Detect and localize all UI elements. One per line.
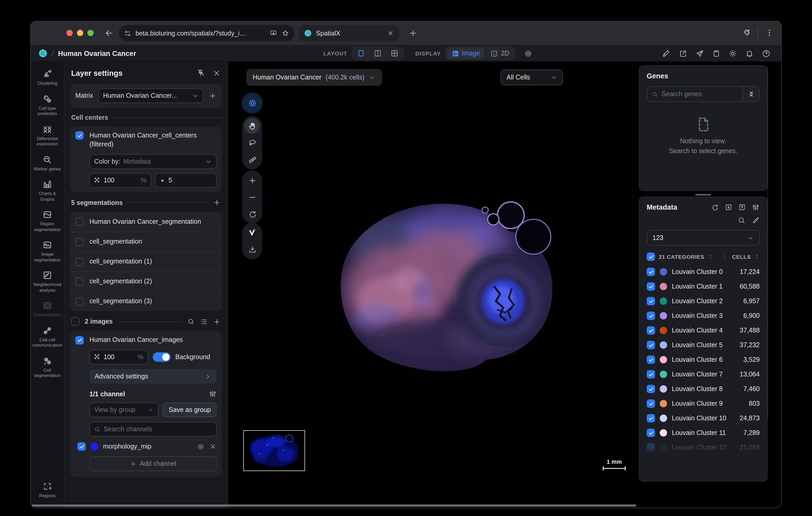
spatial-canvas[interactable]: Human Ovarian Cancer (400.2k cells) All … xyxy=(228,62,635,508)
dataset-selector[interactable]: Human Ovarian Cancer (400.2k cells) xyxy=(246,69,382,86)
sidebar-item-differential-expression[interactable]: Differential expression xyxy=(31,122,64,149)
cluster-row[interactable]: Louvain Cluster 537,232 xyxy=(647,338,760,352)
metadata-field-select[interactable]: 123 xyxy=(647,230,760,246)
cluster-color-swatch[interactable] xyxy=(660,371,667,378)
cluster-color-swatch[interactable] xyxy=(660,298,667,305)
add-image-icon[interactable] xyxy=(213,317,221,326)
cluster-color-swatch[interactable] xyxy=(660,312,667,320)
clipboard-icon[interactable] xyxy=(712,49,720,58)
horizontal-scrollbar[interactable] xyxy=(32,505,636,507)
segmentation-row[interactable]: Human Ovarian Cancer_segmentation xyxy=(70,212,222,232)
cluster-row[interactable]: Louvain Cluster 160,588 xyxy=(647,279,760,294)
minimize-window-button[interactable] xyxy=(77,30,83,36)
save-as-group-button[interactable]: Save as group xyxy=(163,402,216,417)
close-window-button[interactable] xyxy=(66,30,73,36)
cluster-color-swatch[interactable] xyxy=(660,283,667,290)
channel-sliders-icon[interactable] xyxy=(209,390,216,398)
pan-hand-tool[interactable] xyxy=(244,118,260,134)
new-tab-button[interactable] xyxy=(409,29,418,39)
metadata-sliders-icon[interactable] xyxy=(752,203,760,211)
cell-centers-checkbox[interactable] xyxy=(75,131,84,140)
matrix-select[interactable]: Human Ovarian Cancer... xyxy=(98,88,204,103)
sidebar-item-region-segmentation[interactable]: Region segmentation xyxy=(31,207,64,235)
remove-channel-icon[interactable] xyxy=(209,443,216,450)
background-toggle[interactable] xyxy=(153,352,171,362)
channel-settings-gear-icon[interactable] xyxy=(197,443,205,450)
cluster-row[interactable]: Louvain Cluster 63,529 xyxy=(647,352,760,367)
add-matrix-icon[interactable] xyxy=(209,92,216,99)
display-2d-button[interactable]: 2D xyxy=(486,48,514,59)
cluster-row[interactable]: Louvain Cluster 9803 xyxy=(647,396,760,411)
images-group-checkbox[interactable] xyxy=(71,317,80,326)
search-images-icon[interactable] xyxy=(187,318,195,325)
cluster-checkbox[interactable] xyxy=(647,282,655,291)
help-icon[interactable] xyxy=(762,49,771,58)
back-button[interactable] xyxy=(104,28,114,38)
view-by-group-select[interactable]: View by group xyxy=(89,402,159,417)
cluster-checkbox[interactable] xyxy=(647,385,655,393)
sidebar-item-cell-segmentation[interactable]: Cell segmentation xyxy=(31,353,64,381)
segmentation-row[interactable]: cell_segmentation (3) xyxy=(70,291,222,311)
cluster-color-swatch[interactable] xyxy=(660,400,667,407)
add-segmentation-icon[interactable] xyxy=(213,199,221,207)
external-link-icon[interactable] xyxy=(678,49,688,58)
export-metadata-icon[interactable] xyxy=(738,203,746,211)
cluster-color-swatch[interactable] xyxy=(660,341,667,349)
layout-grid-button[interactable] xyxy=(387,48,402,59)
notifications-bell-icon[interactable] xyxy=(745,49,754,58)
bioturing-logo[interactable] xyxy=(38,49,48,58)
cluster-row[interactable]: Louvain Cluster 437,488 xyxy=(647,323,760,338)
advanced-settings-button[interactable]: Advanced settings xyxy=(89,369,216,384)
close-panel-icon[interactable] xyxy=(212,69,221,77)
layout-single-button[interactable] xyxy=(354,48,368,59)
cluster-row[interactable]: Louvain Cluster 26,957 xyxy=(647,294,760,308)
cluster-color-swatch[interactable] xyxy=(660,444,667,451)
search-metadata-icon[interactable] xyxy=(738,216,746,224)
download-view-button[interactable] xyxy=(244,242,260,257)
bookmark-star-icon[interactable] xyxy=(282,29,289,37)
lasso-select-tool[interactable] xyxy=(244,135,260,151)
cluster-color-swatch[interactable] xyxy=(660,268,667,275)
sort-categories-icon[interactable] xyxy=(708,253,713,260)
send-feedback-icon[interactable] xyxy=(695,49,704,58)
cluster-color-swatch[interactable] xyxy=(660,385,667,393)
sidebar-item-deconvolution[interactable]: Deconvolution xyxy=(31,298,64,320)
search-channels-field[interactable] xyxy=(104,426,212,433)
layout-split-button[interactable] xyxy=(370,48,385,59)
cluster-color-swatch[interactable] xyxy=(660,429,667,436)
extensions-icon[interactable] xyxy=(742,28,751,37)
reset-rotation-button[interactable] xyxy=(244,206,260,222)
list-view-icon[interactable] xyxy=(200,317,208,326)
cluster-color-swatch[interactable] xyxy=(660,415,667,422)
close-tab-icon[interactable] xyxy=(387,30,394,37)
edit-metadata-icon[interactable] xyxy=(752,216,760,224)
sidebar-item-clustering[interactable]: Clustering xyxy=(31,66,64,89)
canvas-settings-button[interactable] xyxy=(242,93,262,113)
zoom-out-button[interactable] xyxy=(244,189,260,205)
cluster-checkbox[interactable] xyxy=(647,341,655,349)
cluster-checkbox[interactable] xyxy=(647,356,655,364)
gene-dna-button[interactable] xyxy=(743,87,759,101)
import-metadata-icon[interactable] xyxy=(725,203,732,211)
cluster-row[interactable]: Louvain Cluster 713,064 xyxy=(647,367,760,382)
cluster-row[interactable]: Louvain Cluster 1221,024 xyxy=(647,440,760,455)
view-settings-gear-icon[interactable] xyxy=(524,49,533,58)
cells-header[interactable]: CELLS xyxy=(732,253,751,260)
segmentation-row[interactable]: cell_segmentation (1) xyxy=(70,251,222,271)
theme-sun-icon[interactable] xyxy=(728,49,737,58)
sidebar-item-neighborhood-analysis[interactable]: Neighborhood analysis xyxy=(31,268,64,295)
cluster-checkbox[interactable] xyxy=(647,399,655,408)
cluster-checkbox[interactable] xyxy=(647,311,655,320)
opacity-input[interactable]: 100 % xyxy=(89,173,151,188)
cluster-row[interactable]: Louvain Cluster 87,460 xyxy=(647,382,760,396)
search-channels-input[interactable] xyxy=(89,422,216,436)
send-to-device-icon[interactable] xyxy=(269,29,277,37)
cluster-checkbox[interactable] xyxy=(647,370,655,378)
zoom-window-button[interactable] xyxy=(87,30,94,36)
zoom-in-button[interactable] xyxy=(244,173,260,188)
segmentation-checkbox[interactable] xyxy=(75,297,84,306)
address-bar[interactable]: beta.bioturing.com/spatialx/?study_i… xyxy=(119,25,295,41)
cluster-color-swatch[interactable] xyxy=(660,356,667,363)
point-size-input[interactable]: 5 xyxy=(155,173,216,188)
display-image-button[interactable]: Image xyxy=(447,48,484,59)
